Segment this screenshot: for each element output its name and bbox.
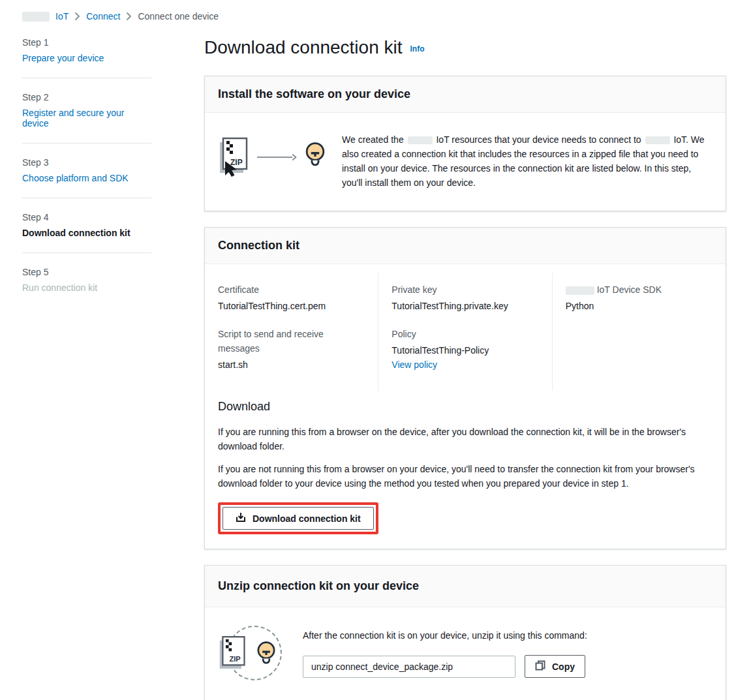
private-key-value: TutorialTestThing.private.key <box>391 299 538 313</box>
redacted-brand <box>408 136 433 144</box>
script-value: start.sh <box>218 358 365 372</box>
certificate-value: TutorialTestThing.cert.pem <box>218 299 365 313</box>
sidebar-step-link-platform[interactable]: Choose platform and SDK <box>22 173 151 183</box>
device-bulb-icon <box>303 141 328 174</box>
script-field: Script to send and receive messages star… <box>218 327 365 372</box>
card-header: Install the software on your device <box>205 76 726 113</box>
connection-kit-title: Connection kit <box>218 239 713 252</box>
unzip-illustration: ZIP <box>218 624 291 688</box>
zip-file-icon: ZIP <box>218 635 248 673</box>
info-link[interactable]: Info <box>410 44 425 53</box>
policy-label: Policy <box>391 327 538 341</box>
policy-value: TutorialTestThing-Policy <box>391 343 538 358</box>
sdk-label: IoT Device SDK <box>566 282 713 297</box>
install-illustration: ZIP <box>218 136 330 179</box>
kit-column-2: Private key TutorialTestThing.private.ke… <box>378 273 551 391</box>
breadcrumb-link-iot[interactable]: IoT <box>55 11 69 22</box>
step-eyebrow: Step 1 <box>22 37 151 48</box>
divider <box>22 198 151 198</box>
steps-sidebar: Step 1 Prepare your device Step 2 Regist… <box>22 37 151 700</box>
page-title: Download connection kitInfo <box>204 37 726 58</box>
certificate-field: Certificate TutorialTestThing.cert.pem <box>218 282 365 313</box>
divider <box>22 143 151 144</box>
red-annotation-box: Download connection kit <box>218 502 378 534</box>
sidebar-step-disabled-run: Run connection kit <box>22 282 151 293</box>
sidebar-step-4: Step 4 Download connection kit <box>22 212 151 238</box>
sidebar-step-link-prepare[interactable]: Prepare your device <box>22 53 151 63</box>
sidebar-step-3: Step 3 Choose platform and SDK <box>22 157 151 183</box>
breadcrumb: IoT Connect Connect one device <box>0 0 736 22</box>
sidebar-step-5: Step 5 Run connection kit <box>22 267 151 293</box>
copy-icon <box>535 660 545 673</box>
install-card-title: Install the software on your device <box>218 87 713 101</box>
divider <box>22 78 151 78</box>
svg-text:ZIP: ZIP <box>229 655 240 663</box>
card-header: Connection kit <box>205 228 726 264</box>
arrow-right-icon <box>257 153 298 163</box>
kit-column-3: IoT Device SDK Python <box>552 273 726 391</box>
breadcrumb-link-connect[interactable]: Connect <box>86 11 120 22</box>
install-description: We created the IoT resources that your d… <box>342 132 713 190</box>
sidebar-step-1: Step 1 Prepare your device <box>22 37 151 63</box>
policy-field: Policy TutorialTestThing-Policy View pol… <box>391 327 538 372</box>
download-connection-kit-button[interactable]: Download connection kit <box>222 507 374 530</box>
device-bulb-icon <box>254 640 278 672</box>
unzip-card-title: Unzip connection kit on your device <box>218 579 713 593</box>
sdk-value: Python <box>566 299 713 313</box>
redacted-brand <box>566 286 594 295</box>
download-heading: Download <box>218 400 713 414</box>
step-eyebrow: Step 5 <box>22 267 151 277</box>
download-icon <box>236 512 246 525</box>
download-paragraph-1: If you are running this from a browser o… <box>218 425 713 453</box>
redacted-brand <box>22 12 50 22</box>
card-header: Unzip connection kit on your device <box>205 566 726 607</box>
svg-text:ZIP: ZIP <box>230 158 243 167</box>
unzip-command-input[interactable] <box>303 656 515 678</box>
redacted-brand <box>645 136 670 144</box>
unzip-card: Unzip connection kit on your device ZI <box>204 565 726 700</box>
download-paragraph-2: If you are not running this from a brows… <box>218 462 713 491</box>
view-policy-link[interactable]: View policy <box>391 358 437 372</box>
install-software-card: Install the software on your device ZIP <box>204 76 726 211</box>
unzip-instruction: After the connection kit is on your devi… <box>303 628 713 643</box>
connection-kit-columns: Certificate TutorialTestThing.cert.pem S… <box>205 264 726 395</box>
copy-button[interactable]: Copy <box>525 655 585 678</box>
chevron-right-icon <box>126 12 132 21</box>
step-eyebrow: Step 2 <box>22 92 151 102</box>
private-key-field: Private key TutorialTestThing.private.ke… <box>391 282 538 313</box>
divider <box>22 252 151 253</box>
sidebar-step-link-register[interactable]: Register and secure your device <box>22 108 151 129</box>
step-eyebrow: Step 4 <box>22 212 151 222</box>
sdk-field: IoT Device SDK Python <box>566 282 713 313</box>
sidebar-step-current-download[interactable]: Download connection kit <box>22 228 151 238</box>
connection-kit-card: Connection kit Certificate TutorialTestT… <box>204 227 726 549</box>
certificate-label: Certificate <box>218 282 365 297</box>
step-eyebrow: Step 3 <box>22 157 151 168</box>
zip-file-icon: ZIP <box>218 136 251 179</box>
breadcrumb-current: Connect one device <box>138 11 219 22</box>
kit-column-1: Certificate TutorialTestThing.cert.pem S… <box>205 273 378 391</box>
script-label: Script to send and receive messages <box>218 327 365 356</box>
private-key-label: Private key <box>391 282 538 297</box>
download-section: Download If you are running this from a … <box>205 395 726 549</box>
chevron-right-icon <box>74 12 80 21</box>
sidebar-step-2: Step 2 Register and secure your device <box>22 92 151 129</box>
